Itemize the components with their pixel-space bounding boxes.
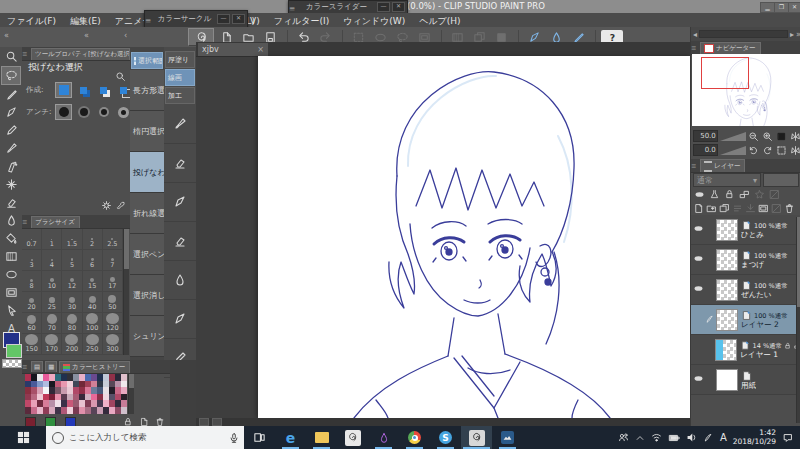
start-button[interactable] bbox=[0, 426, 46, 449]
maximize-button[interactable]: ❐ bbox=[774, 2, 789, 13]
subtool-icon-item-5[interactable] bbox=[164, 300, 196, 339]
menu-ヘルプ(H)[interactable]: ヘルプ(H) bbox=[412, 13, 467, 28]
zoom-in-icon[interactable] bbox=[762, 130, 774, 142]
clip[interactable] bbox=[738, 188, 751, 201]
fit-to-screen-icon[interactable] bbox=[775, 130, 787, 142]
brush-size-150[interactable]: 150 bbox=[22, 334, 42, 355]
subtool-item-選択ペン[interactable]: 選択ペン bbox=[130, 234, 164, 275]
brush-size-70[interactable]: 70 bbox=[42, 313, 62, 334]
tool-property-tab[interactable]: ツールプロパティ[投げなわ選択] bbox=[31, 48, 130, 60]
brush-size-170[interactable]: 170 bbox=[42, 334, 62, 355]
panel-close-icon[interactable]: ✕ bbox=[232, 14, 245, 24]
layer-row-レイヤー 1[interactable]: 14 %通常レイヤー 1 bbox=[691, 335, 800, 365]
brush-size-30[interactable]: 30 bbox=[62, 292, 82, 313]
eraser-tool[interactable] bbox=[2, 194, 20, 211]
oval[interactable] bbox=[693, 188, 706, 201]
layer-row-用紙[interactable]: 用紙 bbox=[691, 365, 800, 395]
anti-aliasing-middle-button[interactable] bbox=[95, 104, 112, 120]
panel-close-icon[interactable]: ✕ bbox=[392, 2, 405, 12]
layers-tab[interactable]: レイヤー bbox=[700, 159, 745, 173]
lock[interactable] bbox=[723, 188, 736, 201]
frame-border-tool[interactable] bbox=[2, 284, 20, 301]
pen-input-icon[interactable] bbox=[703, 432, 714, 443]
chevron-up-icon[interactable] bbox=[635, 433, 645, 443]
zoom-slider[interactable] bbox=[720, 132, 746, 141]
blend-mode-select[interactable]: 通常▾ bbox=[693, 173, 761, 187]
subtract-selection-button[interactable] bbox=[95, 82, 112, 98]
gear-icon[interactable] bbox=[100, 199, 113, 211]
layer-visibility-toggle[interactable] bbox=[691, 373, 705, 386]
menu-ウィンドウ(W)[interactable]: ウィンドウ(W) bbox=[336, 13, 412, 28]
brush-size-100[interactable]: 100 bbox=[83, 313, 103, 334]
layer-thumbnail[interactable] bbox=[716, 219, 738, 241]
taskbar-skype[interactable]: S bbox=[430, 426, 461, 449]
battery-icon[interactable] bbox=[668, 432, 680, 444]
document-tab-close-icon[interactable]: × bbox=[257, 45, 264, 54]
color-slider-panel-bar[interactable]: ≡ カラースライダー — ✕ bbox=[288, 0, 408, 14]
brush-size-2[interactable]: 2 bbox=[83, 229, 103, 250]
lasso-tool[interactable] bbox=[1, 66, 21, 85]
group-tab-線画[interactable]: 線画 bbox=[165, 69, 195, 86]
decoration-tool[interactable] bbox=[2, 176, 20, 193]
zoom-value[interactable]: 50.0 bbox=[693, 130, 718, 142]
color-history-scrollbar[interactable] bbox=[128, 374, 134, 414]
anti-aliasing-none-button[interactable] bbox=[55, 104, 72, 120]
history-swatch[interactable] bbox=[121, 381, 127, 388]
brush-size-0.7[interactable]: 0.7 bbox=[22, 229, 42, 250]
drawing-canvas[interactable] bbox=[258, 56, 690, 418]
layer-scrollbar[interactable] bbox=[796, 217, 800, 423]
brush-size-5[interactable]: 5 bbox=[62, 250, 82, 271]
brush-size-20[interactable]: 20 bbox=[22, 292, 42, 313]
layer-thumbnail[interactable] bbox=[716, 369, 738, 391]
layer-thumbnail[interactable] bbox=[715, 339, 737, 361]
history-swatch[interactable] bbox=[121, 374, 127, 381]
scroll-left-icon[interactable]: ◂ bbox=[693, 30, 697, 39]
group-tab-加工[interactable]: 加工 bbox=[165, 87, 195, 104]
figure-tool[interactable] bbox=[2, 266, 20, 283]
speaker-icon[interactable] bbox=[686, 432, 697, 443]
rotation-slider[interactable] bbox=[720, 146, 746, 155]
brush-size-40[interactable]: 40 bbox=[83, 292, 103, 313]
rotate-right-icon[interactable] bbox=[762, 144, 774, 156]
eyedropper-tool[interactable] bbox=[2, 86, 20, 103]
menu-ファイル(F)[interactable]: ファイル(F) bbox=[0, 13, 63, 28]
brush-size-6[interactable]: 6 bbox=[83, 250, 103, 271]
layer-visibility-toggle[interactable] bbox=[691, 283, 705, 296]
taskbar-paint-drop[interactable] bbox=[368, 426, 399, 449]
subtool-group-tab-selection[interactable]: 選択範囲 bbox=[131, 52, 163, 69]
layer-visibility-toggle[interactable] bbox=[691, 223, 705, 236]
taskbar-clip-studio[interactable] bbox=[337, 426, 368, 449]
subtool-icon-item-2[interactable] bbox=[164, 183, 196, 222]
history-swatch[interactable] bbox=[121, 407, 127, 414]
taskbar-search-input[interactable]: ここに入力して検索 bbox=[46, 426, 244, 449]
layer-thumbnail[interactable] bbox=[716, 279, 738, 301]
color-history-tab[interactable]: カラーヒストリー bbox=[59, 361, 130, 373]
layer-row-ひとみ[interactable]: 100 %通常ひとみ bbox=[691, 215, 800, 245]
subtool-item-投げなわ選択[interactable]: 投げなわ選択 bbox=[130, 152, 164, 193]
doc-minimize-icon[interactable] bbox=[199, 418, 209, 426]
brush-size-80[interactable]: 80 bbox=[62, 313, 82, 334]
history-swatch[interactable] bbox=[121, 387, 127, 394]
reset-view-icon[interactable] bbox=[789, 144, 800, 156]
brush-size-17[interactable]: 17 bbox=[103, 271, 123, 292]
brush-size-50[interactable]: 50 bbox=[103, 292, 123, 313]
duplayer[interactable] bbox=[719, 202, 730, 215]
collapse-left-icon3[interactable]: ‹ bbox=[124, 31, 127, 40]
fill-tool[interactable] bbox=[2, 230, 20, 247]
background-color-swatch[interactable] bbox=[6, 344, 22, 358]
rotate-left-icon[interactable] bbox=[748, 144, 760, 156]
pen-tool[interactable] bbox=[2, 104, 20, 121]
taskbar-task-view[interactable] bbox=[244, 426, 275, 449]
panel-minimize-icon[interactable]: — bbox=[217, 14, 230, 24]
gradient-tool[interactable] bbox=[2, 248, 20, 265]
flip-horizontal-icon[interactable] bbox=[789, 130, 800, 142]
collapse-left-icon2[interactable]: « bbox=[84, 31, 89, 40]
pencil-tool[interactable] bbox=[2, 122, 20, 139]
microphone-icon[interactable] bbox=[227, 432, 240, 444]
history-swatch[interactable] bbox=[121, 394, 127, 401]
subtool-icon-item-3[interactable] bbox=[164, 222, 196, 261]
brush-size-8[interactable]: 8 bbox=[22, 271, 42, 292]
brush-size-7[interactable]: 7 bbox=[103, 250, 123, 271]
action-center-icon[interactable] bbox=[782, 432, 794, 444]
close-button[interactable]: ✕ bbox=[788, 2, 800, 13]
